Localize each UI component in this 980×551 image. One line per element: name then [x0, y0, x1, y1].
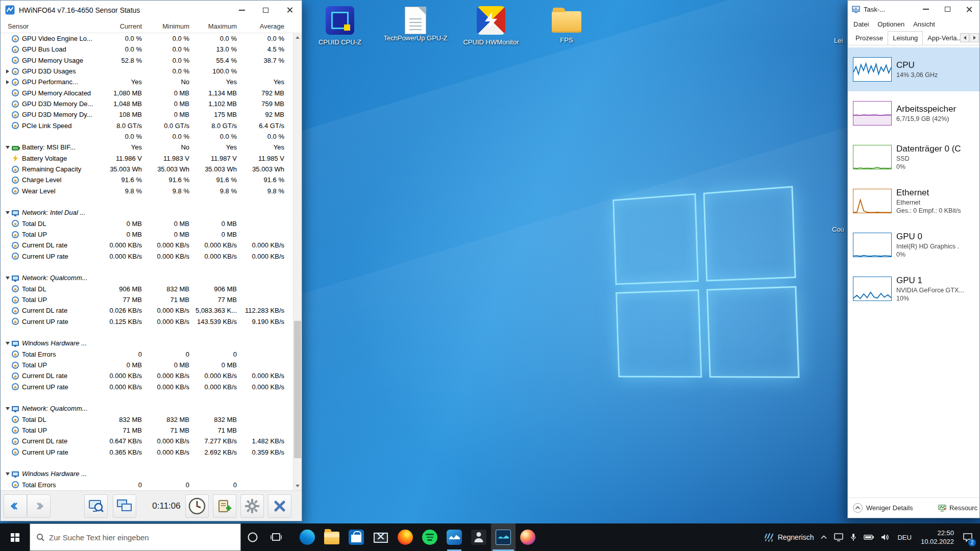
taskbar-app-store[interactable] — [344, 523, 369, 551]
sensor-row[interactable]: Current DL rate0.000 KB/s0.000 KB/s0.000… — [1, 370, 292, 381]
sensor-row[interactable]: Current DL rate0.647 KB/s0.000 KB/s7.277… — [1, 436, 292, 446]
language-indicator[interactable]: DEU — [893, 523, 916, 551]
sensor-row[interactable]: Total UP0 MB0 MB0 MB — [1, 360, 292, 370]
desktop-icon-fps[interactable]: FPS — [529, 4, 604, 46]
perf-item-gpu-0[interactable]: GPU 0Intel(R) HD Graphics .0% — [848, 223, 979, 267]
hwinfo-maximize-button[interactable] — [254, 1, 278, 19]
close-sensors-button[interactable] — [268, 494, 291, 518]
taskbar-app-person[interactable] — [467, 523, 491, 551]
scroll-up-button[interactable] — [293, 33, 302, 42]
multi-monitor-button[interactable] — [113, 494, 136, 518]
history-forward-button[interactable] — [27, 494, 51, 518]
sensor-row[interactable]: Current UP rate0.000 KB/s0.000 KB/s0.000… — [1, 251, 292, 262]
perf-item-ethernet[interactable]: EthernetEthernetGes.: 0 Empf.: 0 KBit/s — [848, 179, 979, 223]
sensor-row[interactable]: GPU Memory Usage52.8 %0.0 %55.4 %38.7 % — [1, 55, 292, 66]
sensor-row[interactable]: Windows Hardware ... — [1, 468, 292, 479]
expander-icon[interactable] — [4, 407, 12, 410]
settings-button[interactable] — [240, 494, 264, 518]
sensor-row[interactable]: Total UP0 MB0 MB0 MB — [1, 229, 292, 240]
tray-overflow-button[interactable] — [817, 523, 830, 551]
sensor-row[interactable]: Total UP71 MB71 MB71 MB — [1, 425, 292, 436]
taskbar-app-explorer[interactable] — [320, 523, 344, 551]
weniger-details-button[interactable]: Weniger Details — [853, 503, 913, 513]
expander-icon[interactable] — [4, 80, 12, 84]
column-header-maximum[interactable]: Maximum — [192, 22, 240, 30]
sensor-row[interactable]: Total DL0 MB0 MB0 MB — [1, 218, 292, 229]
tab-scroll-right-button[interactable] — [970, 33, 979, 42]
microphone-tray-icon[interactable] — [847, 523, 860, 551]
expander-icon[interactable] — [4, 342, 12, 345]
sensor-row[interactable]: Charge Level91.6 %91.6 %91.6 %91.6 % — [1, 174, 292, 185]
logging-button[interactable] — [213, 494, 236, 518]
sensor-row[interactable]: Windows Hardware ... — [1, 338, 292, 348]
sensor-row[interactable]: Remaining Capacity35.003 Wh35.003 Wh35.0… — [1, 164, 292, 174]
taskbar-app-firefox[interactable] — [393, 523, 418, 551]
sensor-row[interactable]: Total DL906 MB832 MB906 MB — [1, 284, 292, 294]
sensor-row[interactable]: Network: Intel Dual ... — [1, 207, 292, 218]
perf-item-datentr-ger-0-c[interactable]: Datenträger 0 (CSSD0% — [848, 135, 979, 179]
expander-icon[interactable] — [4, 277, 12, 280]
taskbar-app-mail[interactable] — [369, 523, 393, 551]
hwinfo-minimize-button[interactable] — [230, 1, 254, 19]
sensor-row[interactable]: Total UP77 MB71 MB77 MB — [1, 294, 292, 305]
sensor-row[interactable]: GPU Video Engine Lo...0.0 %0.0 %0.0 %0.0… — [1, 33, 292, 44]
sensor-row[interactable]: Current UP rate0.000 KB/s0.000 KB/s0.000… — [1, 382, 292, 392]
menu-optionen[interactable]: Optionen — [877, 20, 904, 28]
taskbar-app-ball[interactable] — [516, 523, 540, 551]
column-header-average[interactable]: Average — [240, 22, 287, 30]
sensor-row[interactable]: Total DL832 MB832 MB832 MB — [1, 414, 292, 424]
sensor-row[interactable]: Total Errors000 — [1, 479, 292, 490]
expander-icon[interactable] — [4, 211, 12, 214]
taskbar-app-hwinfo[interactable] — [442, 523, 467, 551]
task-manager-minimize-button[interactable] — [915, 1, 937, 18]
tab-leistung[interactable]: Leistung — [888, 31, 923, 45]
sensor-row[interactable]: GPU D3D Usages0.0 %100.0 % — [1, 66, 292, 77]
taskbar-app-spotify[interactable] — [418, 523, 442, 551]
taskbar-app-edge[interactable] — [295, 523, 320, 551]
weather-widget[interactable]: Regnerisch — [761, 523, 818, 551]
sensor-row[interactable]: GPU D3D Memory Dy...108 MB0 MB175 MB92 M… — [1, 109, 292, 120]
tab-prozesse[interactable]: Prozesse — [851, 32, 888, 45]
sensor-row[interactable]: Current UP rate0.125 KB/s0.000 KB/s143.5… — [1, 316, 292, 327]
volume-tray-icon[interactable] — [877, 523, 893, 551]
desktop-icon-techpowerup-gpu-z[interactable]: TechPowerUp GPU-Z — [378, 4, 453, 46]
hwinfo-close-button[interactable] — [278, 1, 302, 19]
task-view-button[interactable] — [264, 523, 288, 551]
history-back-button[interactable] — [4, 494, 27, 518]
desktop-icon-cpuid-hwmonitor[interactable]: CPUID HWMonitor — [453, 4, 529, 46]
start-button[interactable] — [0, 523, 30, 551]
sensor-row[interactable]: Current DL rate0.000 KB/s0.000 KB/s0.000… — [1, 240, 292, 251]
menu-datei[interactable]: Datei — [853, 20, 869, 28]
tab-scroll-left-button[interactable] — [960, 33, 969, 42]
search-input[interactable] — [49, 533, 234, 542]
cortana-button[interactable] — [241, 523, 264, 551]
scroll-down-button[interactable] — [293, 482, 302, 490]
desktop-icon-cpuid-cpu-z[interactable]: CPUID CPU-Z — [302, 4, 378, 46]
sensor-row[interactable]: GPU Bus Load0.0 %0.0 %13.0 %4.5 % — [1, 44, 292, 55]
sensor-row[interactable]: Network: Qualcomm... — [1, 403, 292, 414]
display-tray-icon[interactable] — [830, 523, 847, 551]
taskbar-clock[interactable]: 22:50 10.02.2022 — [916, 523, 959, 551]
expander-icon[interactable] — [4, 69, 12, 73]
sensor-row[interactable]: Wear Level9.8 %9.8 %9.8 %9.8 % — [1, 186, 292, 196]
notification-center-button[interactable]: 2 — [959, 523, 980, 551]
column-header-minimum[interactable]: Minimum — [145, 22, 192, 30]
menu-ansicht[interactable]: Ansicht — [913, 20, 935, 28]
perf-item-cpu[interactable]: CPU14% 3,06 GHz — [848, 47, 979, 91]
taskbar-app-sensors[interactable] — [491, 523, 516, 551]
sensor-row[interactable]: Battery Voltage11.986 V11.983 V11.987 V1… — [1, 153, 292, 164]
sensor-row[interactable]: Network: Qualcomm... — [1, 272, 292, 283]
clock-button[interactable] — [185, 494, 209, 518]
sensor-row[interactable]: Current UP rate0.365 KB/s0.000 KB/s2.692… — [1, 446, 292, 457]
sensor-row[interactable]: Total Errors000 — [1, 349, 292, 360]
column-header-current[interactable]: Current — [97, 22, 145, 30]
task-manager-close-button[interactable] — [958, 1, 979, 18]
taskbar-search[interactable] — [30, 523, 241, 551]
sensor-row[interactable]: 0.0 %0.0 %0.0 %0.0 % — [1, 131, 292, 142]
perf-item-arbeitsspeicher[interactable]: Arbeitsspeicher6,7/15,9 GB (42%) — [848, 91, 979, 135]
perf-item-gpu-1[interactable]: GPU 1NVIDIA GeForce GTX...10% — [848, 267, 979, 311]
sensor-row[interactable]: PCIe Link Speed8.0 GT/s0.0 GT/s8.0 GT/s6… — [1, 120, 292, 131]
resource-monitor-link[interactable]: Ressourc — [938, 504, 977, 512]
task-manager-maximize-button[interactable] — [937, 1, 958, 18]
expander-icon[interactable] — [4, 146, 12, 149]
